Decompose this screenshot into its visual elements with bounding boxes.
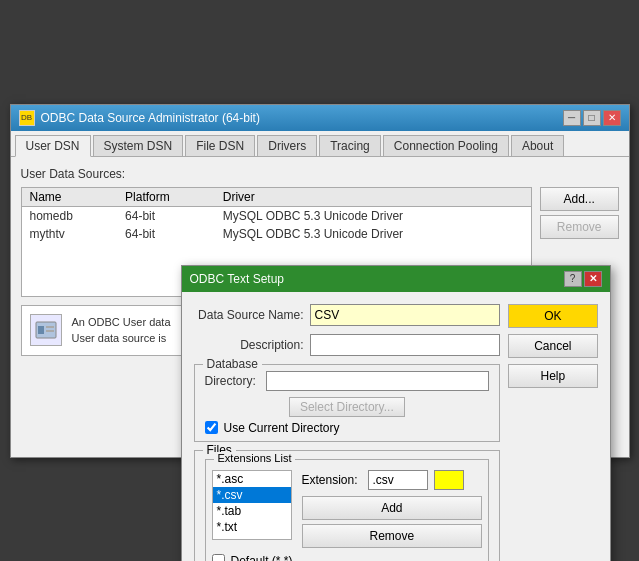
description-label: Description: (194, 338, 304, 352)
remove-extension-button[interactable]: Remove (302, 524, 483, 548)
cancel-button[interactable]: Cancel (508, 334, 597, 358)
info-line2: User data source is (72, 330, 171, 347)
extension-row: Extension: (302, 470, 483, 490)
dialog-title-bar: ODBC Text Setup ? ✕ (182, 266, 610, 292)
dialog-close-button[interactable]: ✕ (584, 271, 602, 287)
extensions-list-label: Extensions List (214, 452, 296, 464)
dsn-label: Data Source Name: (194, 308, 304, 322)
directory-input[interactable] (266, 371, 490, 391)
dialog-help-button[interactable]: ? (564, 271, 582, 287)
tab-about[interactable]: About (511, 135, 564, 156)
extension-controls: Extension: Add Remove (302, 470, 483, 548)
app-icon: DB (19, 110, 35, 126)
list-item[interactable]: *.tab (213, 503, 291, 519)
svg-rect-2 (46, 326, 54, 328)
window-title: ODBC Data Source Administrator (64-bit) (41, 111, 260, 125)
dsn-input[interactable] (310, 304, 501, 326)
dialog-title: ODBC Text Setup (190, 272, 285, 286)
files-group: Files Extensions List *.asc *.csv *.tab … (194, 450, 501, 562)
extension-color-box (434, 470, 464, 490)
row-platform: 64-bit (117, 206, 215, 225)
row-driver: MySQL ODBC 5.3 Unicode Driver (215, 225, 531, 243)
maximize-button[interactable]: □ (583, 110, 601, 126)
dialog-body: Data Source Name: Description: Database … (182, 292, 610, 562)
dialog-right-buttons: OK Cancel Help Options>> (508, 304, 597, 562)
list-item[interactable]: *.csv (213, 487, 291, 503)
help-button[interactable]: Help (508, 364, 597, 388)
use-current-dir-row: Use Current Directory (205, 421, 490, 435)
files-content: *.asc *.csv *.tab *.txt Extension: (212, 470, 483, 548)
tab-connection-pooling[interactable]: Connection Pooling (383, 135, 509, 156)
use-current-dir-label: Use Current Directory (224, 421, 340, 435)
row-platform: 64-bit (117, 225, 215, 243)
tab-file-dsn[interactable]: File DSN (185, 135, 255, 156)
default-checkbox-row: Default (*.*) (212, 554, 483, 562)
database-group-label: Database (203, 357, 262, 371)
description-input[interactable] (310, 334, 501, 356)
info-text: An ODBC User data User data source is (72, 314, 171, 347)
col-header-name: Name (22, 188, 118, 207)
svg-rect-1 (38, 326, 44, 334)
directory-label: Directory: (205, 374, 260, 388)
row-name: mythtv (22, 225, 118, 243)
add-extension-button[interactable]: Add (302, 496, 483, 520)
add-button[interactable]: Add... (540, 187, 619, 211)
list-item[interactable]: *.asc (213, 471, 291, 487)
info-line1: An ODBC User data (72, 314, 171, 331)
section-label: User Data Sources: (21, 167, 619, 181)
main-window: DB ODBC Data Source Administrator (64-bi… (10, 104, 630, 458)
extension-input[interactable] (368, 470, 428, 490)
dialog-title-buttons: ? ✕ (564, 271, 602, 287)
odbc-text-setup-dialog: ODBC Text Setup ? ✕ Data Source Name: De… (181, 265, 611, 562)
svg-rect-3 (46, 330, 54, 332)
tab-tracing[interactable]: Tracing (319, 135, 381, 156)
select-directory-button[interactable]: Select Directory... (289, 397, 405, 417)
title-bar-left: DB ODBC Data Source Administrator (64-bi… (19, 110, 260, 126)
directory-row: Directory: (205, 371, 490, 391)
col-header-platform: Platform (117, 188, 215, 207)
dsn-row: Data Source Name: (194, 304, 501, 326)
minimize-button[interactable]: ─ (563, 110, 581, 126)
tab-drivers[interactable]: Drivers (257, 135, 317, 156)
tab-user-dsn[interactable]: User DSN (15, 135, 91, 157)
tab-bar: User DSN System DSN File DSN Drivers Tra… (11, 131, 629, 157)
default-label: Default (*.*) (231, 554, 293, 562)
dialog-left: Data Source Name: Description: Database … (194, 304, 501, 562)
row-name: homedb (22, 206, 118, 225)
col-header-driver: Driver (215, 188, 531, 207)
title-buttons: ─ □ ✕ (563, 110, 621, 126)
info-icon (30, 314, 62, 346)
dialog-main-layout: Data Source Name: Description: Database … (194, 304, 598, 562)
datasource-table: Name Platform Driver homedb 64-bit MySQL… (22, 188, 531, 243)
database-group: Database Directory: Select Directory... … (194, 364, 501, 442)
row-driver: MySQL ODBC 5.3 Unicode Driver (215, 206, 531, 225)
use-current-dir-checkbox[interactable] (205, 421, 218, 434)
tab-system-dsn[interactable]: System DSN (93, 135, 184, 156)
extension-label: Extension: (302, 473, 362, 487)
list-item[interactable]: *.txt (213, 519, 291, 535)
table-row[interactable]: mythtv 64-bit MySQL ODBC 5.3 Unicode Dri… (22, 225, 531, 243)
default-checkbox[interactable] (212, 554, 225, 561)
extensions-list-container: Extensions List *.asc *.csv *.tab *.txt (205, 459, 490, 562)
title-bar: DB ODBC Data Source Administrator (64-bi… (11, 105, 629, 131)
table-row[interactable]: homedb 64-bit MySQL ODBC 5.3 Unicode Dri… (22, 206, 531, 225)
add-remove-buttons: Add Remove (302, 496, 483, 548)
description-row: Description: (194, 334, 501, 356)
remove-button[interactable]: Remove (540, 215, 619, 239)
close-button[interactable]: ✕ (603, 110, 621, 126)
extensions-list[interactable]: *.asc *.csv *.tab *.txt (212, 470, 292, 540)
ok-button[interactable]: OK (508, 304, 597, 328)
